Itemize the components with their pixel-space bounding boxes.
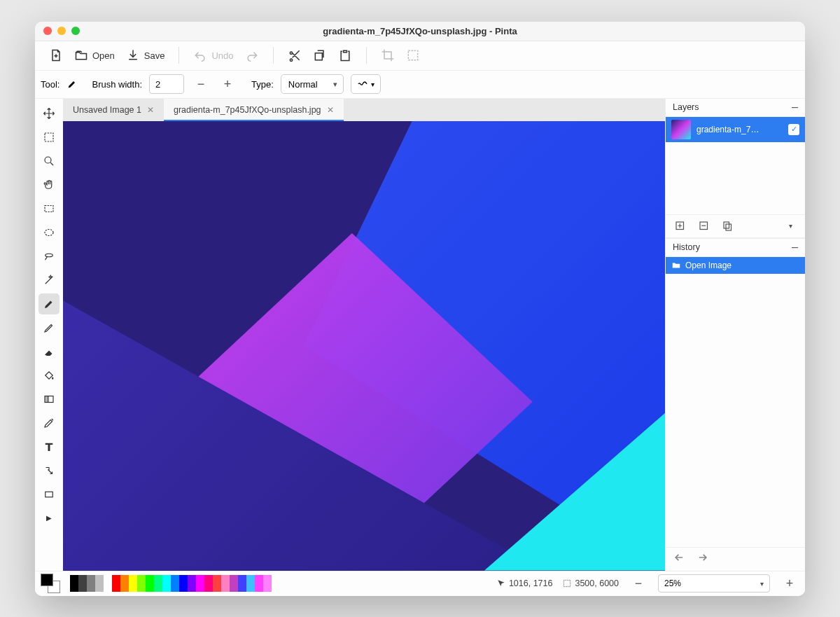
close-window-button[interactable] [43,27,52,35]
tab-close-icon[interactable]: ✕ [147,105,154,115]
history-item[interactable]: Open Image [666,257,805,274]
save-button[interactable]: Save [122,46,169,65]
palette-color[interactable] [238,575,246,592]
eraser-icon [43,345,55,358]
minimize-panel-button[interactable]: – [792,101,798,113]
minimize-window-button[interactable] [57,27,66,35]
palette-color[interactable] [204,575,213,592]
palette-color[interactable] [213,575,221,592]
rect-select-tool[interactable] [38,127,59,148]
pan-tool[interactable] [38,174,59,195]
palette-color[interactable] [120,575,129,592]
window-title: gradienta-m_7p45JfXQo-unsplash.jpg - Pin… [323,26,517,36]
layer-visible-checkbox[interactable]: ✓ [788,124,799,135]
copy-button[interactable] [309,46,331,65]
palette-color[interactable] [255,575,263,592]
add-layer-button[interactable] [671,217,690,235]
fg-bg-colors[interactable] [41,574,60,593]
palette-color[interactable] [129,575,137,592]
history-label: Open Image [685,261,732,270]
magic-wand-tool[interactable] [38,270,59,291]
palette-color[interactable] [137,575,146,592]
new-file-button[interactable] [45,46,67,65]
move-tool[interactable] [38,103,59,124]
palette-color[interactable] [95,575,104,592]
svg-rect-5 [46,492,53,497]
redo-button[interactable] [241,46,263,65]
crop-tool[interactable] [38,198,59,219]
palette-color[interactable] [154,575,162,592]
palette-color[interactable] [146,575,154,592]
maximize-window-button[interactable] [71,27,80,35]
copy-icon [313,48,327,62]
palette-color[interactable] [246,575,255,592]
undo-button[interactable]: Undo [189,46,237,65]
save-label: Save [144,50,165,61]
rectangle-icon [43,488,55,501]
layer-menu-button[interactable]: ▾ [781,217,799,235]
tab-unsaved[interactable]: Unsaved Image 1 ✕ [63,99,164,121]
palette-color[interactable] [112,575,120,592]
history-redo-button[interactable] [695,550,709,567]
foreground-color[interactable] [41,574,53,586]
more-tools[interactable]: ▶ [38,508,59,529]
palette-color[interactable] [70,575,78,592]
undo-icon [673,550,687,564]
brush-width-input[interactable] [149,74,184,94]
stroke-style-button[interactable]: ▾ [351,74,381,94]
brush-width-increase[interactable]: + [218,74,237,94]
paintbrush-tool[interactable] [38,293,59,314]
brush-type-select[interactable]: Normal [281,74,344,94]
palette-color[interactable] [221,575,230,592]
pencil-tool[interactable] [38,317,59,338]
brush-width-decrease[interactable]: − [191,74,211,94]
history-undo-button[interactable] [673,550,687,567]
lasso-tool[interactable] [38,246,59,267]
palette-color[interactable] [78,575,87,592]
document-tabs: Unsaved Image 1 ✕ gradienta-m_7p45JfXQo-… [63,99,665,121]
delete-layer-button[interactable] [695,217,713,235]
redo-icon [695,550,709,564]
cursor-position: 1016, 1716 [496,578,553,588]
rect-icon [43,202,55,215]
canvas[interactable] [63,121,665,571]
eraser-tool[interactable] [38,341,59,362]
text-tool[interactable] [38,436,59,457]
layers-title: Layers [673,102,699,112]
zoom-in-button[interactable]: + [780,574,799,593]
shapes-tool[interactable] [38,484,59,505]
layer-item[interactable]: gradienta-m_7… ✓ [666,117,805,142]
deselect-button[interactable] [402,46,424,65]
tab-close-icon[interactable]: ✕ [327,105,334,115]
zoom-out-button[interactable]: − [629,574,648,593]
duplicate-layer-button[interactable] [719,217,737,235]
history-panel: History – Open Image [666,239,805,571]
open-file-button[interactable]: Open [70,46,119,65]
crop-button[interactable] [377,46,399,65]
palette-color[interactable] [263,575,272,592]
bucket-tool[interactable] [38,365,59,386]
palette-color[interactable] [230,575,238,592]
palette-color[interactable] [171,575,179,592]
cut-button[interactable] [284,46,306,65]
palette-color[interactable] [188,575,196,592]
zoom-tool[interactable] [38,151,59,172]
tab-gradienta[interactable]: gradienta-m_7p45JfXQo-unsplash.jpg ✕ [164,99,344,121]
paste-button[interactable] [334,46,356,65]
zoom-select[interactable]: 25% [658,574,770,592]
tool-options-bar: Tool: Brush width: − + Type: Normal ▾ [35,71,805,99]
palette-color[interactable] [87,575,95,592]
palette-color[interactable] [104,575,112,592]
palette-color[interactable] [162,575,171,592]
clone-tool[interactable] [38,460,59,481]
palette-color[interactable] [179,575,188,592]
canvas-column: Unsaved Image 1 ✕ gradienta-m_7p45JfXQo-… [63,99,665,571]
gradient-icon [43,393,55,405]
color-picker-tool[interactable] [38,413,59,434]
ellipse-select-tool[interactable] [38,222,59,243]
bucket-icon [43,369,55,382]
palette-color[interactable] [196,575,204,592]
gradient-tool[interactable] [38,389,59,410]
minimize-panel-button[interactable]: – [792,241,798,254]
right-panels: Layers – gradienta-m_7… ✓ ▾ [665,99,805,571]
